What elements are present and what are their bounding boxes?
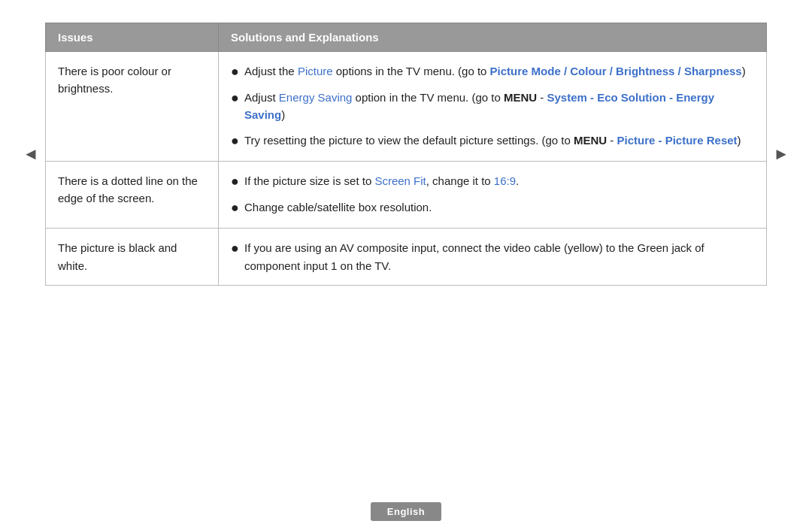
blue-bold-link: Picture Mode / Colour / Brightness / Sha… <box>490 65 742 77</box>
list-item: ●If you are using an AV composite input,… <box>231 239 754 274</box>
blue-link: 16:9 <box>494 174 516 187</box>
solution-text: If you are using an AV composite input, … <box>244 239 754 274</box>
bullet-icon: ● <box>231 62 244 81</box>
normal-text: . <box>516 174 519 187</box>
header-issues: Issues <box>46 23 219 52</box>
issue-cell: There is poor colour or brightness. <box>46 52 219 162</box>
normal-text: ) <box>281 108 285 121</box>
solution-text: Change cable/satellite box resolution. <box>244 198 754 216</box>
blue-link: Screen Fit <box>374 174 426 187</box>
table-row: There is a dotted line on the edge of th… <box>46 161 767 228</box>
list-item: ●Adjust the Picture options in the TV me… <box>231 62 754 81</box>
table-row: There is poor colour or brightness.●Adju… <box>46 52 767 162</box>
normal-text: Change cable/satellite box resolution. <box>244 201 432 214</box>
solutions-list: ●If the picture size is set to Screen Fi… <box>231 172 754 217</box>
normal-text: options in the TV menu. (go to <box>333 65 490 77</box>
bullet-icon: ● <box>231 132 244 150</box>
bold-text: MENU <box>574 134 607 147</box>
table-wrapper: ◄ ► Issues Solutions and Explanations Th… <box>45 23 767 286</box>
nav-arrow-left[interactable]: ◄ <box>23 144 39 164</box>
nav-arrow-right[interactable]: ► <box>773 144 789 164</box>
normal-text: - <box>607 134 617 147</box>
list-item: ●Try resetting the picture to view the d… <box>231 132 754 150</box>
solutions-list: ●If you are using an AV composite input,… <box>231 239 754 274</box>
solutions-list: ●Adjust the Picture options in the TV me… <box>231 62 754 150</box>
normal-text: Adjust <box>244 91 279 104</box>
bullet-icon: ● <box>231 89 244 108</box>
solution-text: If the picture size is set to Screen Fit… <box>244 172 754 189</box>
bullet-icon: ● <box>231 172 244 191</box>
normal-text: Try resetting the picture to view the de… <box>244 134 574 147</box>
solution-text: Adjust Energy Saving option in the TV me… <box>244 89 754 124</box>
solution-text: Try resetting the picture to view the de… <box>244 132 754 149</box>
bullet-icon: ● <box>231 239 244 258</box>
solution-text: Adjust the Picture options in the TV men… <box>244 62 754 80</box>
normal-text: option in the TV menu. (go to <box>352 91 504 104</box>
issue-cell: The picture is black and white. <box>46 229 219 286</box>
bold-text: MENU <box>504 91 537 104</box>
page-content: ◄ ► Issues Solutions and Explanations Th… <box>0 0 812 489</box>
issues-table: Issues Solutions and Explanations There … <box>45 23 767 286</box>
normal-text: , change it to <box>426 174 494 187</box>
solution-cell: ●If the picture size is set to Screen Fi… <box>219 161 767 228</box>
blue-bold-link: Picture - Picture Reset <box>617 134 738 147</box>
blue-link: Picture <box>298 65 333 77</box>
list-item: ●If the picture size is set to Screen Fi… <box>231 172 754 191</box>
issue-cell: There is a dotted line on the edge of th… <box>46 161 219 228</box>
language-badge: English <box>371 502 441 521</box>
blue-link: Energy Saving <box>279 91 353 104</box>
table-row: The picture is black and white.●If you a… <box>46 229 767 286</box>
normal-text: ) <box>742 65 746 77</box>
solution-cell: ●If you are using an AV composite input,… <box>219 229 767 286</box>
normal-text: Adjust the <box>244 65 298 77</box>
list-item: ●Change cable/satellite box resolution. <box>231 198 754 217</box>
header-solutions: Solutions and Explanations <box>219 23 767 52</box>
list-item: ●Adjust Energy Saving option in the TV m… <box>231 89 754 124</box>
normal-text: If you are using an AV composite input, … <box>244 241 704 271</box>
solution-cell: ●Adjust the Picture options in the TV me… <box>219 52 767 162</box>
footer: English <box>0 489 812 530</box>
normal-text: If the picture size is set to <box>244 174 374 187</box>
normal-text: ) <box>738 134 741 147</box>
bullet-icon: ● <box>231 198 244 217</box>
normal-text: - <box>537 91 547 104</box>
